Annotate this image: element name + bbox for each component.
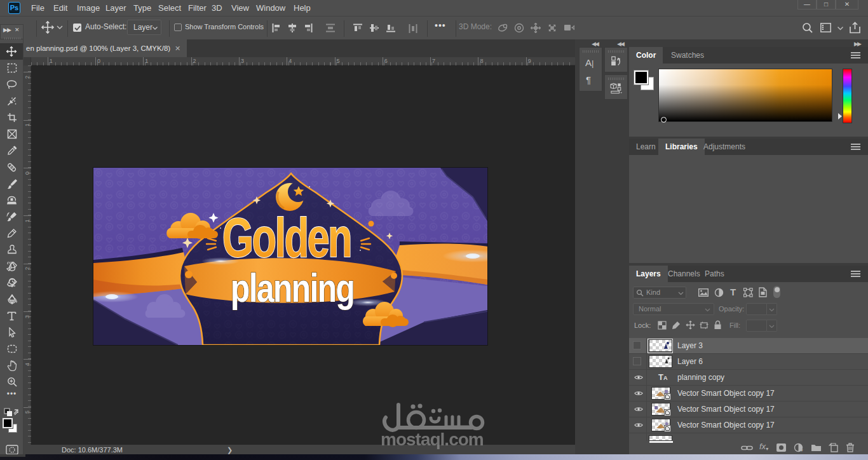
svg-text:Golden: Golden <box>222 206 351 268</box>
svg-text:▾: ▾ <box>801 448 803 452</box>
svg-text:planning: planning <box>231 266 354 310</box>
